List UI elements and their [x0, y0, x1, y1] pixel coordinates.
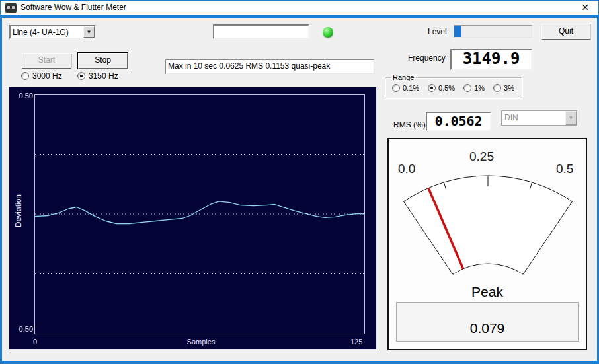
radio-range-3[interactable]: 3% — [493, 84, 514, 92]
radio-3000hz[interactable]: 3000 Hz — [21, 71, 62, 81]
app-window: Software Wow & Flutter Meter ✕ Line (4- … — [0, 0, 599, 364]
range-0p5-label: 0.5% — [438, 84, 455, 92]
y-axis-max-label: 0.50 — [9, 92, 33, 100]
peak-display: 0.079 — [396, 302, 579, 342]
range-1-label: 1% — [474, 84, 485, 92]
level-progressbar — [454, 25, 532, 38]
radio-circle-icon[interactable] — [392, 84, 400, 92]
status-readout: Max in 10 sec 0.0625 RMS 0.1153 quasi-pe… — [165, 59, 374, 74]
meter-max-label: 0.5 — [556, 162, 573, 176]
range-group-label: Range — [391, 73, 416, 81]
radio-circle-icon[interactable] — [428, 84, 436, 92]
range-3-label: 3% — [504, 84, 514, 92]
radio-3000hz-label: 3000 Hz — [32, 71, 62, 81]
message-field[interactable] — [213, 24, 309, 39]
rms-display: 0.0562 — [426, 112, 491, 131]
radio-range-0p5[interactable]: 0.5% — [428, 84, 455, 92]
close-icon[interactable]: ✕ — [574, 1, 596, 15]
app-icon — [5, 3, 17, 13]
radio-3150hz[interactable]: 3150 Hz — [77, 71, 118, 81]
radio-3150hz-label: 3150 Hz — [89, 71, 118, 81]
weighting-value: DIN — [504, 113, 518, 122]
input-device-select[interactable]: Line (4- UA-1G) ▼ — [9, 25, 96, 39]
peak-label: Peak — [389, 284, 586, 300]
input-device-value: Line (4- UA-1G) — [13, 28, 69, 37]
level-fill — [454, 26, 461, 37]
deviation-chart-panel: 0.50 -0.50 0 Samples 125 Deviation — [9, 87, 377, 350]
quit-button[interactable]: Quit — [541, 24, 590, 40]
chevron-down-icon[interactable]: ▼ — [83, 26, 95, 38]
deviation-chart — [9, 87, 376, 349]
x-axis-title: Samples — [168, 338, 234, 346]
stop-button[interactable]: Stop — [78, 53, 128, 69]
signal-led-icon — [323, 27, 333, 38]
analog-meter-panel: 0.0 0.25 0.5 Peak 0.079 — [387, 138, 587, 350]
level-label: Level — [428, 27, 447, 36]
window-title: Software Wow & Flutter Meter — [20, 3, 126, 12]
x-axis-max-label: 125 — [350, 338, 362, 346]
start-button[interactable]: Start — [22, 53, 71, 69]
x-axis-min-label: 0 — [33, 338, 37, 346]
radio-range-0p1[interactable]: 0.1% — [392, 84, 419, 92]
frequency-display: 3149.9 — [450, 49, 532, 70]
range-group: Range 0.1% 0.5% 1% 3% — [385, 77, 522, 98]
rms-label: RMS (%) — [393, 120, 426, 129]
meter-mid-label: 0.25 — [469, 149, 494, 164]
radio-circle-icon[interactable] — [493, 84, 501, 92]
meter-min-label: 0.0 — [398, 162, 415, 176]
chevron-down-icon[interactable]: ▼ — [565, 111, 577, 125]
frequency-label: Frequency — [408, 54, 446, 63]
radio-range-1[interactable]: 1% — [463, 84, 485, 92]
y-axis-title: Deviation — [14, 194, 23, 227]
radio-circle-icon[interactable] — [463, 84, 471, 92]
weighting-select[interactable]: DIN ▼ — [501, 110, 577, 126]
radio-circle-icon[interactable] — [21, 72, 29, 80]
y-axis-min-label: -0.50 — [9, 325, 33, 333]
radio-circle-icon[interactable] — [77, 72, 85, 80]
range-0p1-label: 0.1% — [403, 84, 419, 92]
